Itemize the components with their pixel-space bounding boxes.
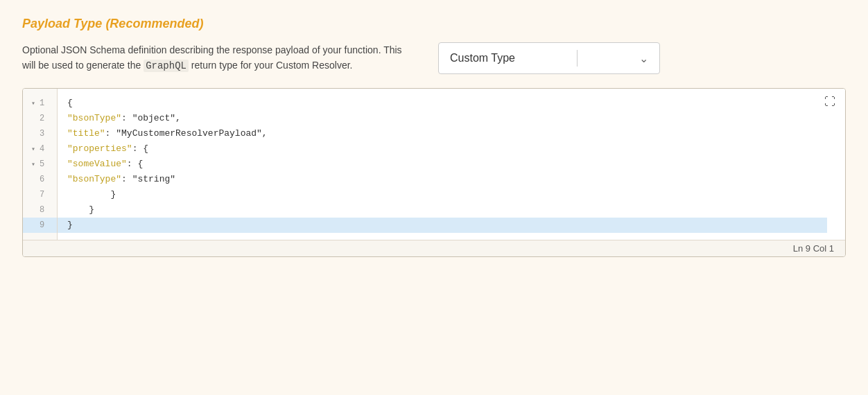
code-line: } [67, 187, 817, 202]
line-number-row: 8 [23, 202, 57, 218]
type-dropdown[interactable]: Custom Type ⌄ [438, 42, 660, 74]
code-line: } [67, 202, 817, 218]
dropdown-divider [577, 50, 578, 67]
code-line: "bsonType": "object", [67, 111, 817, 126]
dropdown-label: Custom Type [450, 52, 515, 64]
line-number-row: 2 [23, 111, 57, 126]
code-area[interactable]: { "bsonType": "object", "title": "MyCust… [58, 89, 845, 240]
line-number-row: ▾1 [23, 96, 57, 111]
code-line: "title": "MyCustomerResolverPayload", [67, 126, 817, 141]
code-line: { [67, 96, 817, 111]
line-number-row: 9 [23, 218, 57, 233]
code-editor[interactable]: ▾123▾4▾56789 { "bsonType": "object", "ti… [22, 88, 846, 257]
code-line: "someValue": { [67, 157, 817, 172]
line-number-row: ▾4 [23, 141, 57, 157]
expand-icon[interactable]: ⛶ [824, 96, 835, 109]
line-number-row: 6 [23, 172, 57, 187]
line-number-row: 3 [23, 126, 57, 141]
line-numbers: ▾123▾4▾56789 [23, 89, 58, 240]
chevron-down-icon: ⌄ [639, 52, 648, 65]
line-number-row: ▾5 [23, 157, 57, 172]
code-line: } [58, 218, 827, 233]
code-line: "bsonType": "string" [67, 172, 817, 187]
line-number-row: 7 [23, 187, 57, 202]
code-line: "properties": { [67, 141, 817, 157]
description: Optional JSON Schema definition describi… [22, 42, 410, 74]
editor-footer: Ln 9 Col 1 [23, 240, 845, 256]
page-title: Payload Type (Recommended) [22, 17, 846, 31]
editor-status: Ln 9 Col 1 [793, 243, 834, 254]
